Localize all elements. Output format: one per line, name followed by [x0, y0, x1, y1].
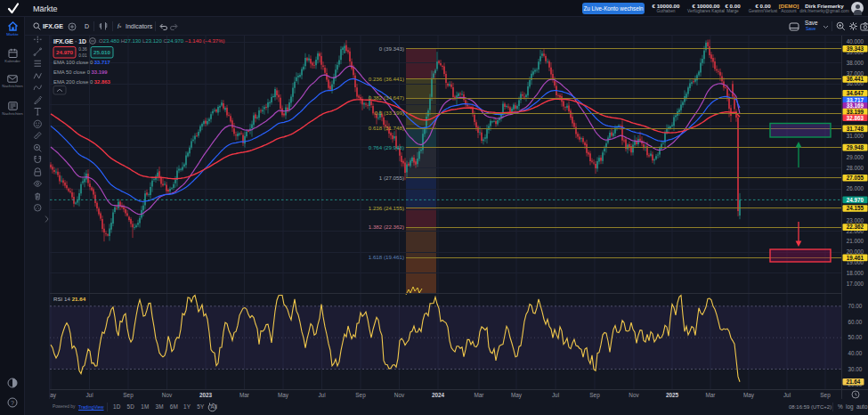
svg-text:24.155: 24.155	[847, 205, 864, 211]
svg-text:May: May	[743, 392, 755, 399]
svg-text:21.000: 21.000	[847, 238, 864, 244]
svg-text:Mar: Mar	[239, 392, 250, 398]
svg-text:1.618 (19.461): 1.618 (19.461)	[369, 254, 404, 260]
svg-text:40.000: 40.000	[847, 38, 864, 45]
svg-text:1.382 (22.362): 1.382 (22.362)	[369, 224, 404, 230]
svg-text:0.618 (31.748): 0.618 (31.748)	[369, 125, 404, 131]
svg-text:Mar: Mar	[474, 392, 484, 398]
svg-text:Jul: Jul	[318, 392, 325, 398]
svg-text:0.382 (34.647): 0.382 (34.647)	[369, 94, 404, 101]
svg-text:30.00: 30.00	[848, 366, 863, 372]
svg-text:Mar: Mar	[705, 392, 716, 398]
svg-text:2023: 2023	[199, 392, 213, 398]
svg-text:32.863: 32.863	[847, 115, 864, 121]
svg-text:Nov: Nov	[162, 392, 173, 398]
svg-text:May: May	[278, 392, 289, 399]
svg-text:1 (27.055): 1 (27.055)	[379, 175, 404, 181]
svg-text:19.461: 19.461	[847, 255, 864, 261]
svg-text:17.000: 17.000	[847, 281, 864, 287]
svg-text:2025: 2025	[666, 392, 679, 398]
svg-text:28.000: 28.000	[847, 165, 864, 171]
svg-text:Nov: Nov	[629, 392, 639, 398]
svg-text:2024: 2024	[432, 392, 445, 398]
svg-text:O23.480 H27.130 L23.120 C24.97: O23.480 H27.130 L23.120 C24.970 −1.140 (…	[99, 38, 225, 44]
svg-text:Sep: Sep	[589, 392, 600, 399]
svg-text:22.362: 22.362	[847, 224, 864, 230]
svg-text:31.000: 31.000	[847, 133, 864, 139]
svg-text:Jul: Jul	[552, 392, 559, 398]
svg-text:27.055: 27.055	[847, 175, 864, 181]
svg-text:EMA 100 close 0 33.717: EMA 100 close 0 33.717	[53, 60, 111, 65]
svg-text:18.000: 18.000	[847, 270, 864, 276]
svg-text:0.01: 0.01	[78, 53, 87, 58]
svg-text:0.236 (36.441): 0.236 (36.441)	[369, 76, 404, 82]
svg-text:29.948: 29.948	[847, 144, 864, 151]
svg-text:38.000: 38.000	[847, 60, 864, 66]
svg-text:60.00: 60.00	[848, 319, 863, 325]
svg-text:?: ?	[11, 400, 14, 406]
svg-text:26.000: 26.000	[847, 185, 864, 191]
svg-text:24.970: 24.970	[56, 49, 73, 55]
svg-text:Nov: Nov	[394, 392, 405, 398]
svg-text:IFX.GE · 1D: IFX.GE · 1D	[53, 38, 86, 45]
svg-text:39.343: 39.343	[847, 45, 864, 52]
svg-text:29.000: 29.000	[847, 154, 864, 160]
svg-text:0.5 (33.199): 0.5 (33.199)	[375, 110, 404, 116]
svg-text:Sep: Sep	[820, 392, 831, 399]
svg-text:Jul: Jul	[783, 392, 791, 398]
svg-text:May: May	[50, 392, 57, 399]
svg-text:1.236 (24.155): 1.236 (24.155)	[369, 205, 404, 211]
svg-text:Sep: Sep	[355, 392, 366, 399]
svg-text:34.647: 34.647	[847, 90, 864, 96]
svg-text:Sep: Sep	[123, 392, 134, 399]
svg-text:0 (39.343): 0 (39.343)	[379, 45, 404, 52]
svg-text:31.748: 31.748	[847, 126, 864, 132]
svg-text:23.000: 23.000	[847, 217, 864, 224]
svg-text:36.441: 36.441	[847, 76, 864, 82]
svg-text:May: May	[511, 392, 523, 399]
svg-text:RSI 14 21.64: RSI 14 21.64	[53, 296, 86, 302]
svg-text:EMA 50 close 0 33.199: EMA 50 close 0 33.199	[53, 69, 108, 75]
svg-text:21.64: 21.64	[847, 378, 861, 385]
svg-text:0.36: 0.36	[78, 47, 87, 52]
svg-text:24.970: 24.970	[847, 197, 864, 203]
svg-text:50.00: 50.00	[848, 334, 863, 340]
svg-text:70.00: 70.00	[848, 303, 863, 309]
svg-text:40.00: 40.00	[848, 350, 863, 356]
svg-text:0.764 (29.948): 0.764 (29.948)	[369, 144, 404, 151]
svg-text:25.010: 25.010	[93, 49, 110, 55]
svg-text:Jul: Jul	[85, 392, 93, 398]
svg-text:EMA 200 close 0 32.863: EMA 200 close 0 32.863	[53, 79, 111, 85]
